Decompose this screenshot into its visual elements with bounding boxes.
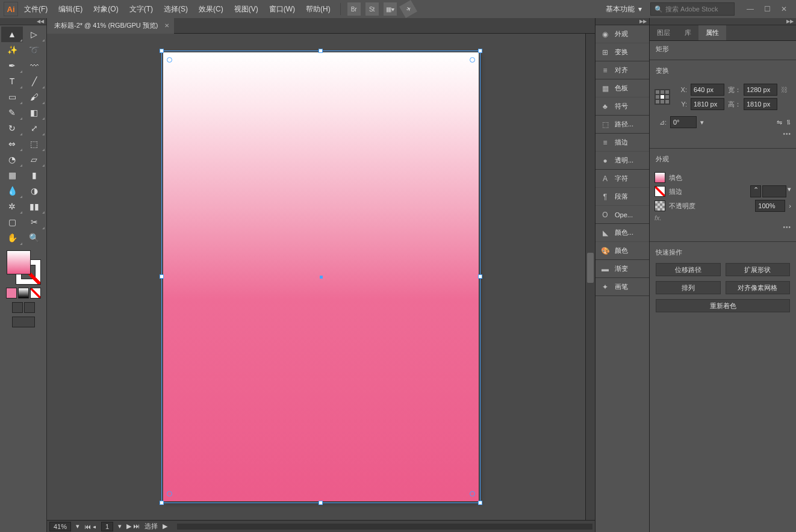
scale-tool[interactable]: ⤢ xyxy=(23,120,45,136)
canvas[interactable] xyxy=(47,34,595,520)
x-input[interactable] xyxy=(691,84,724,96)
eraser-tool[interactable]: ◧ xyxy=(23,105,45,120)
blend-tool[interactable]: ◑ xyxy=(23,183,45,199)
corner-widget-tr[interactable] xyxy=(470,57,475,63)
artboard-dropdown-icon[interactable]: ▾ xyxy=(118,522,122,530)
artboard-prev-icon[interactable]: ⏮ ◀ xyxy=(84,523,96,530)
dock-paragraph[interactable]: ¶段落 xyxy=(595,188,649,206)
recolor-button[interactable]: 重新着色 xyxy=(656,299,790,312)
offset-path-button[interactable]: 位移路径 xyxy=(656,263,721,276)
transform-more-icon[interactable]: ••• xyxy=(783,131,791,137)
workspace-switcher[interactable]: 基本功能 ▾ xyxy=(600,2,648,16)
opacity-chip[interactable] xyxy=(655,200,665,211)
handle-tl[interactable] xyxy=(160,49,164,53)
dock-colorguide[interactable]: ◣颜色... xyxy=(595,224,649,242)
handle-r[interactable] xyxy=(478,274,482,279)
corner-widget-br[interactable] xyxy=(470,491,475,496)
shaper-tool[interactable]: ✎ xyxy=(1,105,23,120)
handle-tr[interactable] xyxy=(478,49,482,53)
tab-layers[interactable]: 图层 xyxy=(650,25,677,40)
hand-tool[interactable]: ✋ xyxy=(1,230,23,246)
close-button[interactable]: ✕ xyxy=(776,3,792,15)
handle-b[interactable] xyxy=(319,501,323,505)
opacity-menu-icon[interactable]: › xyxy=(789,202,791,209)
width-input[interactable] xyxy=(744,84,777,96)
rotate-tool[interactable]: ↻ xyxy=(1,120,23,136)
slice-tool[interactable]: ✂ xyxy=(23,214,45,230)
width-tool[interactable]: ⇔ xyxy=(1,136,23,152)
status-menu-icon[interactable]: ▶ xyxy=(163,522,167,530)
reference-point[interactable] xyxy=(655,89,670,105)
shape-builder-tool[interactable]: ◔ xyxy=(1,152,23,167)
tab-close-icon[interactable]: ✕ xyxy=(164,22,169,29)
dock-opentype[interactable]: OOpe... xyxy=(595,206,649,224)
dock-appearance[interactable]: ◉外观 xyxy=(595,25,649,43)
direct-selection-tool[interactable]: ▷ xyxy=(23,26,45,42)
link-wh-icon[interactable]: ⛓ xyxy=(781,86,788,93)
selection-tool[interactable]: ▲ xyxy=(1,26,23,42)
appearance-more-icon[interactable]: ••• xyxy=(783,224,791,230)
handle-l[interactable] xyxy=(160,274,164,279)
line-tool[interactable]: ╱ xyxy=(23,73,45,89)
dock-color[interactable]: 🎨颜色 xyxy=(595,242,649,260)
curvature-tool[interactable]: 〰 xyxy=(23,58,45,73)
lasso-tool[interactable]: ➰ xyxy=(23,42,45,58)
draw-normal-btn[interactable] xyxy=(12,302,23,313)
horizontal-scrollbar[interactable] xyxy=(177,524,592,530)
dock-swatches[interactable]: ▦色板 xyxy=(595,79,649,97)
paintbrush-tool[interactable]: 🖌 xyxy=(23,89,45,105)
dock-gradient[interactable]: ▬渐变 xyxy=(595,260,649,278)
minimize-button[interactable]: — xyxy=(742,3,759,15)
tab-libraries[interactable]: 库 xyxy=(677,25,698,40)
menu-file[interactable]: 文件(F) xyxy=(19,2,52,17)
handle-br[interactable] xyxy=(478,501,482,505)
y-input[interactable] xyxy=(691,98,724,110)
dock-transparency[interactable]: ●透明... xyxy=(595,152,649,170)
gradient-mode-btn[interactable] xyxy=(18,288,29,298)
screen-mode-btn[interactable] xyxy=(12,317,35,327)
menu-select[interactable]: 选择(S) xyxy=(159,2,193,17)
stroke-weight-stepper[interactable]: ⌃ xyxy=(750,185,761,197)
magic-wand-tool[interactable]: ✨ xyxy=(1,42,23,58)
dock-pathfinder[interactable]: ⬚路径... xyxy=(595,116,649,134)
free-transform-tool[interactable]: ⬚ xyxy=(23,136,45,152)
menu-object[interactable]: 对象(O) xyxy=(89,2,123,17)
stroke-chip[interactable] xyxy=(655,186,665,197)
mesh-tool[interactable]: ▦ xyxy=(1,167,23,183)
graph-tool[interactable]: ▮▮ xyxy=(23,199,45,214)
menu-effect[interactable]: 效果(C) xyxy=(194,2,228,17)
dock-character[interactable]: A字符 xyxy=(595,170,649,188)
artboard-number[interactable]: 1 xyxy=(101,522,113,531)
dock-brushes[interactable]: ✦画笔 xyxy=(595,278,649,296)
arrange-docs-icon[interactable]: ▦▾ xyxy=(384,2,397,16)
menu-edit[interactable]: 编辑(E) xyxy=(54,2,87,17)
opacity-input[interactable] xyxy=(755,200,785,212)
perspective-tool[interactable]: ▱ xyxy=(23,152,45,167)
flip-h-icon[interactable]: ⇋ xyxy=(777,119,782,126)
symbol-sprayer-tool[interactable]: ✲ xyxy=(1,199,23,214)
arrange-button[interactable]: 排列 xyxy=(656,281,721,294)
align-pixel-button[interactable]: 对齐像素网格 xyxy=(726,281,791,294)
document-tab[interactable]: 未标题-2* @ 41% (RGB/GPU 预览) ✕ xyxy=(47,18,174,34)
vertical-scrollbar[interactable] xyxy=(585,34,595,520)
dock-align[interactable]: ≡对齐 xyxy=(595,61,649,79)
handle-bl[interactable] xyxy=(160,501,164,505)
height-input[interactable] xyxy=(744,98,777,110)
dock-symbols[interactable]: ♣符号 xyxy=(595,97,649,116)
fill-swatch[interactable] xyxy=(7,250,31,274)
gradient-tool[interactable]: ▮ xyxy=(23,167,45,183)
stroke-dropdown-icon[interactable]: ▾ xyxy=(788,185,791,197)
tools-collapse[interactable]: ◀◀ xyxy=(0,18,46,25)
dock-collapse[interactable]: ▶▶ xyxy=(595,18,649,25)
gpu-icon[interactable]: ✈ xyxy=(399,0,417,18)
menu-window[interactable]: 窗口(W) xyxy=(264,2,300,17)
tab-properties[interactable]: 属性 xyxy=(698,25,726,40)
angle-input[interactable] xyxy=(670,116,697,128)
dock-stroke[interactable]: ≡描边 xyxy=(595,134,649,152)
maximize-button[interactable]: ☐ xyxy=(759,3,776,15)
artboard[interactable] xyxy=(163,52,479,501)
expand-shape-button[interactable]: 扩展形状 xyxy=(726,263,791,276)
type-tool[interactable]: T xyxy=(1,73,23,89)
stock-search[interactable]: 🔍 搜索 Adobe Stock xyxy=(650,2,735,16)
rectangle-tool[interactable]: ▭ xyxy=(1,89,23,105)
